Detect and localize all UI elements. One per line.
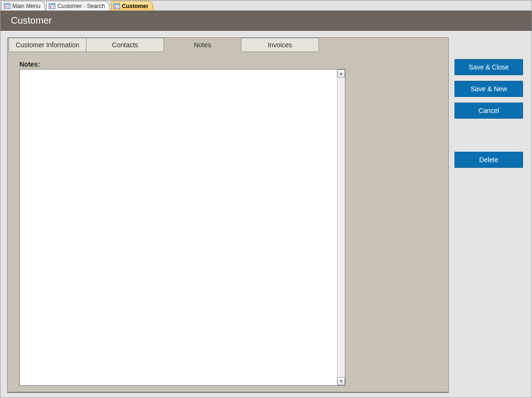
doc-tab-label: Customer bbox=[122, 3, 148, 9]
cancel-button[interactable]: Cancel bbox=[455, 103, 523, 119]
inner-tab-label: Notes bbox=[194, 41, 211, 49]
form-header: Customer bbox=[0, 11, 532, 31]
svg-rect-5 bbox=[8, 7, 10, 8]
scroll-down-button[interactable]: ▼ bbox=[337, 377, 345, 385]
inner-tab-label: Invoices bbox=[268, 41, 292, 49]
action-button-group: Save & Close Save & New Cancel Delete bbox=[455, 59, 523, 173]
svg-rect-8 bbox=[50, 6, 51, 7]
doc-tab-label: Customer - Search bbox=[57, 3, 105, 9]
tab-invoices[interactable]: Invoices bbox=[241, 38, 319, 52]
doc-tab-customer-search[interactable]: Customer - Search bbox=[46, 1, 110, 10]
content-area: Customer Information Contacts Notes Invo… bbox=[0, 31, 532, 398]
app-window: Main Menu Customer - Search Customer Cus… bbox=[0, 0, 532, 398]
svg-rect-16 bbox=[117, 6, 120, 7]
triangle-up-icon: ▲ bbox=[339, 71, 343, 76]
svg-rect-11 bbox=[52, 7, 55, 8]
button-label: Cancel bbox=[479, 107, 499, 114]
triangle-down-icon: ▼ bbox=[339, 379, 343, 383]
save-new-button[interactable]: Save & New bbox=[455, 81, 523, 97]
notes-textarea[interactable] bbox=[20, 69, 337, 385]
scroll-track[interactable] bbox=[337, 78, 345, 377]
tab-notes[interactable]: Notes bbox=[163, 37, 241, 52]
button-gap bbox=[455, 124, 523, 152]
svg-rect-15 bbox=[114, 7, 116, 8]
save-close-button[interactable]: Save & Close bbox=[455, 59, 523, 75]
button-label: Save & New bbox=[471, 85, 507, 93]
button-label: Save & Close bbox=[469, 63, 509, 71]
form-icon bbox=[4, 3, 10, 9]
svg-rect-3 bbox=[5, 7, 7, 8]
svg-rect-2 bbox=[5, 6, 7, 7]
svg-rect-7 bbox=[49, 3, 55, 5]
svg-rect-4 bbox=[8, 6, 10, 7]
svg-rect-14 bbox=[114, 6, 116, 7]
doc-tab-customer[interactable]: Customer bbox=[111, 1, 154, 10]
form-panel: Customer Information Contacts Notes Invo… bbox=[7, 37, 449, 393]
tab-contacts[interactable]: Contacts bbox=[86, 38, 164, 52]
form-icon bbox=[49, 3, 55, 9]
inner-tab-label: Customer Information bbox=[16, 41, 79, 49]
scroll-up-button[interactable]: ▲ bbox=[337, 69, 345, 78]
svg-rect-1 bbox=[4, 3, 10, 5]
document-tab-strip: Main Menu Customer - Search Customer bbox=[0, 0, 532, 11]
inner-tab-label: Contacts bbox=[112, 41, 138, 49]
svg-rect-9 bbox=[50, 7, 51, 8]
page-title: Customer bbox=[11, 15, 52, 26]
notes-scrollbar[interactable]: ▲ ▼ bbox=[337, 69, 345, 385]
doc-tab-label: Main Menu bbox=[12, 3, 40, 9]
svg-rect-10 bbox=[52, 6, 55, 7]
inner-tab-strip: Customer Information Contacts Notes Invo… bbox=[8, 38, 448, 52]
form-icon bbox=[113, 3, 120, 9]
tab-customer-information[interactable]: Customer Information bbox=[9, 38, 86, 52]
delete-button[interactable]: Delete bbox=[455, 152, 523, 168]
button-label: Delete bbox=[479, 156, 498, 164]
doc-tab-main-menu[interactable]: Main Menu bbox=[1, 1, 45, 10]
svg-rect-17 bbox=[117, 7, 120, 8]
notes-label: Notes: bbox=[19, 61, 40, 68]
svg-rect-13 bbox=[114, 3, 120, 5]
notes-field-container: ▲ ▼ bbox=[19, 69, 345, 386]
